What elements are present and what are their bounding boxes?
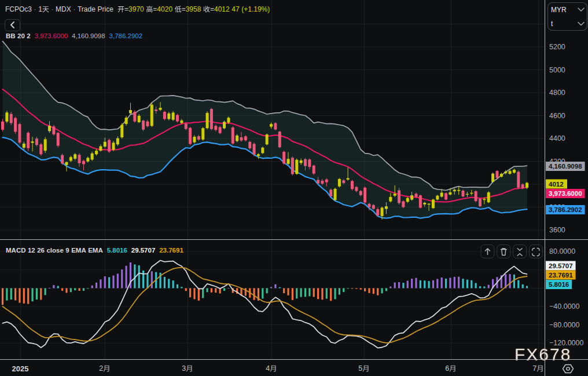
candle-body xyxy=(513,170,516,173)
candle-body xyxy=(363,188,366,202)
candle-body xyxy=(167,114,170,119)
macd-histogram-bar xyxy=(381,288,383,293)
macd-histogram-bar xyxy=(300,288,302,297)
time-tick: 2025 xyxy=(12,364,29,373)
macd-tick-label: −120.0000 xyxy=(549,339,583,347)
candle-body xyxy=(295,160,298,174)
candle-body xyxy=(142,121,145,129)
trash-button[interactable] xyxy=(497,245,510,258)
macd-histogram-bar xyxy=(193,288,195,299)
macd-histogram-bar xyxy=(296,288,297,298)
signal-value-badge: 23.7691 xyxy=(546,271,576,280)
trading-chart[interactable]: FX678FCPOc3·1·MDX·TradePrice=3970=4020=3… xyxy=(0,0,588,376)
candle-body xyxy=(14,118,17,132)
macd-histogram-bar xyxy=(466,280,468,289)
candle-body xyxy=(206,113,209,128)
candle-body xyxy=(133,112,136,122)
candle xyxy=(189,127,192,145)
macd-histogram-bar xyxy=(206,288,208,292)
candle-body xyxy=(355,187,358,191)
macd-histogram-bar xyxy=(253,288,255,300)
macd-histogram-bar xyxy=(420,280,421,289)
candle-body xyxy=(146,122,149,126)
candle-body xyxy=(210,109,213,129)
text-run: 29.5707 xyxy=(131,247,156,254)
candle xyxy=(223,121,226,129)
watermark: FX678 xyxy=(514,345,571,364)
candle xyxy=(363,187,366,204)
macd-histogram-bar xyxy=(108,277,110,288)
back-button[interactable] xyxy=(5,20,20,31)
macd-value-badge-text: 29.5707 xyxy=(549,262,573,269)
candle-body xyxy=(180,121,183,123)
candle xyxy=(248,141,251,149)
text-run: 26 xyxy=(37,247,45,254)
candle xyxy=(491,173,494,183)
candle-body xyxy=(227,118,230,122)
price-tick-label: 4400 xyxy=(549,134,565,143)
candle-body xyxy=(457,190,460,191)
price-tick-label: 5000 xyxy=(549,66,565,74)
macd-histogram-bar xyxy=(445,279,447,288)
macd-histogram-bar xyxy=(112,276,114,289)
text-run: 2 xyxy=(27,32,30,39)
candle xyxy=(201,127,204,140)
candle xyxy=(475,190,477,202)
macd-tick-label: −80.0000 xyxy=(549,321,580,329)
macd-value-badge: 29.5707 xyxy=(546,261,576,271)
macd-histogram-bar xyxy=(100,279,101,288)
candle-body xyxy=(112,143,115,149)
text-run: Trade xyxy=(78,5,95,13)
macd-histogram-bar xyxy=(368,288,370,293)
candle-body xyxy=(104,142,106,147)
candle xyxy=(338,178,341,187)
text-run: 2025 xyxy=(12,364,29,373)
macd-histogram-bar xyxy=(74,288,76,290)
candle xyxy=(52,125,55,136)
macd-histogram-bar xyxy=(432,280,434,289)
arrow-up-button[interactable] xyxy=(481,245,494,258)
text-run: 3958 xyxy=(186,5,201,13)
macd-histogram-bar xyxy=(509,274,510,288)
candle-body xyxy=(500,174,503,177)
macd-histogram-bar xyxy=(168,279,170,288)
candle-body xyxy=(453,189,456,191)
candle xyxy=(274,122,277,130)
candle-body xyxy=(69,157,72,160)
candle xyxy=(206,111,209,129)
macd-histogram-bar xyxy=(70,288,72,292)
maximize-button[interactable] xyxy=(529,245,542,258)
text-run: · xyxy=(52,5,54,13)
candle-body xyxy=(521,184,524,188)
text-run: 4020 xyxy=(157,5,172,13)
macd-histogram-bar xyxy=(19,288,20,302)
candle xyxy=(487,191,490,203)
candle-body xyxy=(159,108,162,110)
bb-lower-badge: 3,786.2902 xyxy=(546,205,585,214)
candle-body xyxy=(308,159,311,167)
candle-body xyxy=(423,203,426,205)
candle-body xyxy=(334,189,337,200)
candle-body xyxy=(436,196,439,200)
macd-histogram-bar xyxy=(304,288,306,297)
macd-histogram-bar xyxy=(2,288,3,305)
candle-body xyxy=(270,124,273,127)
candle-body xyxy=(359,191,362,195)
macd-histogram-bar xyxy=(65,288,67,293)
signal-value-badge-text: 23.7691 xyxy=(549,272,573,279)
candle-body xyxy=(475,191,477,201)
collapse-button[interactable] xyxy=(513,245,527,258)
candle-body xyxy=(389,197,392,202)
macd-histogram-bar xyxy=(364,288,366,291)
text-run: 2 xyxy=(99,364,103,373)
macd-histogram-bar xyxy=(87,288,89,289)
bb-legend: BB2023,973.60004,160.90983,786.2902 xyxy=(6,32,142,39)
text-run: 23.7691 xyxy=(159,247,183,254)
macd-histogram-bar xyxy=(23,288,25,303)
bb-lower-badge-text: 3,786.2902 xyxy=(549,206,582,213)
candle-body xyxy=(185,123,188,129)
macd-tick-label: −40.0000 xyxy=(549,302,580,311)
candle-body xyxy=(257,154,260,156)
macd-histogram-bar xyxy=(479,286,481,288)
text-run: 4012 xyxy=(214,5,230,13)
